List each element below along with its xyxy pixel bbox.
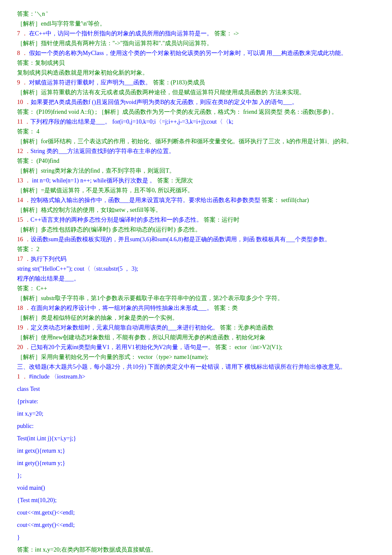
- text-line: {Test mt(10,20);: [17, 496, 375, 505]
- text-line: 19 ．定义类动态对象数组时，元素只能靠自动调用该类的___来进行初始化。 答案…: [17, 323, 375, 332]
- text-line: cout<<mt.gety()<<endl;: [17, 520, 375, 529]
- text-line: 答案：int x,y=20;在类内部不能对数据成员直接赋值。: [17, 545, 375, 554]
- text-line: 17 ．执行下列代码: [17, 254, 375, 263]
- text-line: void main(): [17, 483, 375, 492]
- text-line: class Test: [17, 384, 375, 393]
- text-line: 7 ． 在C++中，访问一个指针所指向的对象的成员所用的指向运算符是一。 答案：…: [17, 29, 375, 38]
- text-line: 答案： (P109)friend void A::f() ; ［解析］成员函数作…: [17, 107, 375, 116]
- text-line: ［解析］类是相似特征的对象的抽象，对象是类的一个实例。: [17, 313, 375, 322]
- text-line: ［解析］for循环结构，三个表达式的作用，初始化、循环判断条件和循环变量变化。循…: [17, 137, 375, 146]
- text-line: 三、改错题(本大题共5小题，每小题2分，共10分) 下面的类定义中有一处错误，请…: [17, 362, 375, 371]
- text-line: ［解析］格式控制方法的使用，女I如setw , setfill等等。: [17, 205, 375, 214]
- text-line: int x,y=20;: [17, 409, 375, 418]
- text-line: ［解析］endl与字符常量'\n'等价。: [17, 19, 375, 28]
- text-line: {private:: [17, 397, 375, 406]
- text-line: public:: [17, 422, 375, 431]
- text-line: int gety(){return y;}: [17, 459, 375, 468]
- text-line: 12 ．String 类的___方法返回查找到的字符串在主串的位置。: [17, 147, 375, 156]
- text-line: 程序的输出结果是___。: [17, 274, 375, 283]
- text-line: 8 ． 假如一个类的名称为MyClass，使用这个类的一个对象初始化该类的另一个…: [17, 49, 375, 58]
- text-line: cout<<mt.getx()<<endl;: [17, 508, 375, 517]
- text-line: 20 ．已知有20个元素int类型向量V1，若用V1初始化为V2向量，语句是一。…: [17, 343, 375, 352]
- text-line: string str("HelloC++"); cout〈〈str.substr…: [17, 264, 375, 273]
- text-line: int getx(){return x;}: [17, 446, 375, 455]
- text-line: };: [17, 471, 375, 480]
- text-line: 答案： 4: [17, 127, 375, 136]
- text-line: Test(int i,int j){x=i,y=j;}: [17, 434, 375, 443]
- text-line: 13 ． int n=0; while(n=1) n++; while循环执行次…: [17, 176, 375, 185]
- text-line: 18 ．在面向对象的程序设计中，将一组对象的共同特性抽象出来形成___。 答案：…: [17, 304, 375, 312]
- text-line: 答案： 2: [17, 245, 375, 254]
- text-line: 答案：复制或拷贝: [17, 58, 375, 67]
- text-line: 15 ．C++语言支持的两种多态性分别是编译时的多态性和一的多态性。 答案：运行…: [17, 215, 375, 224]
- document-body: 答案：'＼n '［解析］endl与字符常量'\n'等价。7 ． 在C++中，访问…: [17, 9, 375, 555]
- text-line: ［解析］string类对象方法的find，查不到字符串，则返回T。: [17, 166, 375, 175]
- text-line: 复制或拷贝构造函数就是用对象初始化新的对象。: [17, 68, 375, 77]
- text-line: ［解析］substr取子字符串，第1个参数表示要截取子串在字符串中的位置，第2个…: [17, 294, 375, 303]
- text-line: 14 ．控制格式输入输出的操作中，函数___是用来设置填充字符。要求给出函数名和…: [17, 196, 375, 205]
- text-line: ［解析］采用向量初始化另一个向量的形式： vector〈type> name1(…: [17, 353, 375, 361]
- text-line: 9 ． 对赋值运算符进行重载时，应声明为___函数。 答案：(P183)类成员: [17, 78, 375, 87]
- text-line: ［解析］指针使用成员有两种方法："->"指向运算符和"."成员访问运算符。: [17, 39, 375, 48]
- text-line: 答案：'＼n ': [17, 9, 375, 18]
- text-line: 10 ．如果要把A类成员函数f ()且返回值为void声明为类B的友元函数，则应…: [17, 98, 375, 107]
- text-line: 答案： C++: [17, 284, 375, 293]
- text-line: 1 ． #include 〈iostream.h>: [17, 372, 375, 381]
- text-line: ［解析］=是赋值运算符，不是关系运算符，且不等0, 所以死循环。: [17, 186, 375, 195]
- text-line: }: [17, 533, 375, 542]
- text-line: 16 ．设函数sum是由函数模板实现的，并且sum(3,6)和sum(4.6,8…: [17, 235, 375, 244]
- text-line: ［解析］运算符重载的方法有友元或者成员函数两种途径，但是赋值运算符只能使用成员函…: [17, 88, 375, 97]
- text-line: 答案： (P40)find: [17, 156, 375, 165]
- text-line: 11 ．下列程序段的输出结果是___。 for(i=0,j=10,k=0;i〈=…: [17, 117, 375, 126]
- text-line: ［解析］多态性包括静态的(编译时) 多态性和动态的(运行时) 多态性。: [17, 225, 375, 234]
- text-line: ［解析］使用new创建动态对象数组，不能有参数，所以只能调用无参的构造函数，初始…: [17, 333, 375, 342]
